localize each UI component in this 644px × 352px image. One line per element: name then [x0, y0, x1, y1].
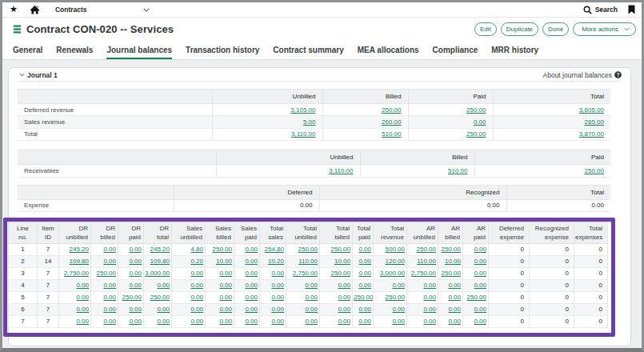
balance-drilldown-link[interactable]: 0.00: [190, 270, 203, 277]
balance-drilldown-link[interactable]: 0.00: [474, 270, 486, 277]
balance-drilldown-link[interactable]: 250.00: [442, 270, 461, 277]
balance-drilldown-link[interactable]: 0.00: [190, 306, 203, 313]
balance-drilldown-link[interactable]: 0.00: [245, 294, 258, 301]
balance-drilldown-link[interactable]: 500.00: [386, 246, 405, 253]
balance-drilldown-link[interactable]: 0.00: [245, 246, 258, 253]
balance-drilldown-link[interactable]: 0.00: [305, 294, 318, 301]
edit-button[interactable]: Edit: [474, 22, 497, 36]
balance-drilldown-link[interactable]: 510.00: [448, 167, 467, 174]
collapse-chevron-icon[interactable]: [19, 73, 25, 77]
balance-drilldown-link[interactable]: 0.00: [271, 318, 284, 325]
balance-drilldown-link[interactable]: 250.00: [331, 270, 350, 277]
balance-drilldown-link[interactable]: 0.00: [103, 258, 116, 265]
balance-drilldown-link[interactable]: 0.00: [76, 294, 89, 301]
balance-drilldown-link[interactable]: 0.00: [219, 294, 232, 301]
balance-drilldown-link[interactable]: 0.00: [305, 306, 318, 313]
balance-drilldown-link[interactable]: 0.00: [219, 318, 232, 325]
balance-drilldown-link[interactable]: 0.00: [358, 282, 371, 289]
tab-general[interactable]: General: [13, 40, 42, 59]
done-button[interactable]: Done: [542, 22, 569, 36]
balance-drilldown-link[interactable]: 250.00: [466, 130, 486, 138]
balance-drilldown-link[interactable]: 3,105.00: [290, 106, 315, 114]
tab-mea-allocations[interactable]: MEA allocations: [358, 40, 419, 59]
balance-drilldown-link[interactable]: 254.80: [265, 246, 284, 253]
balance-drilldown-link[interactable]: 0.00: [103, 306, 116, 313]
balance-drilldown-link[interactable]: 0.00: [103, 246, 116, 253]
balance-drilldown-link[interactable]: 0.00: [474, 258, 486, 265]
balance-drilldown-link[interactable]: 0.00: [190, 282, 203, 289]
balance-drilldown-link[interactable]: 0.00: [271, 294, 284, 301]
balance-drilldown-link[interactable]: 0.00: [76, 282, 89, 289]
home-icon[interactable]: [30, 5, 40, 15]
balance-drilldown-link[interactable]: 260.00: [382, 118, 401, 126]
bookmark-icon[interactable]: [628, 5, 635, 14]
balance-drilldown-link[interactable]: 0.00: [271, 282, 284, 289]
balance-drilldown-link[interactable]: 0.00: [245, 318, 258, 325]
balance-drilldown-link[interactable]: 109.80: [150, 258, 170, 265]
balance-drilldown-link[interactable]: 0.00: [474, 246, 486, 253]
balance-drilldown-link[interactable]: 250.00: [442, 246, 461, 253]
balance-drilldown-link[interactable]: 0.00: [271, 270, 284, 277]
balance-drilldown-link[interactable]: 10.20: [268, 258, 284, 265]
balance-drilldown-link[interactable]: 110.00: [417, 258, 436, 265]
balance-drilldown-link[interactable]: 0.00: [358, 306, 371, 313]
balance-drilldown-link[interactable]: 0.00: [129, 306, 142, 313]
balance-drilldown-link[interactable]: 250.00: [331, 246, 350, 253]
balance-drilldown-link[interactable]: 0.00: [358, 270, 371, 277]
balance-drilldown-link[interactable]: 5.00: [303, 118, 316, 126]
duplicate-button[interactable]: Duplicate: [501, 22, 538, 36]
favorites-star-icon[interactable]: ★: [10, 5, 18, 14]
balance-drilldown-link[interactable]: 3,870.00: [579, 130, 604, 138]
balance-drilldown-link[interactable]: 0.00: [103, 282, 116, 289]
more-actions-button[interactable]: More actions: [573, 22, 636, 36]
balance-drilldown-link[interactable]: 245.20: [150, 246, 170, 253]
balance-drilldown-link[interactable]: 0.00: [474, 118, 486, 126]
balance-drilldown-link[interactable]: 265.00: [585, 118, 604, 126]
balance-drilldown-link[interactable]: 0.00: [129, 318, 142, 325]
balance-drilldown-link[interactable]: 0.00: [219, 282, 232, 289]
balance-drilldown-link[interactable]: 10.00: [216, 258, 232, 265]
balance-drilldown-link[interactable]: 0.00: [129, 246, 142, 253]
balance-drilldown-link[interactable]: 3,110.00: [329, 167, 354, 174]
balance-drilldown-link[interactable]: 0.00: [448, 318, 461, 325]
balance-drilldown-link[interactable]: 0.00: [474, 306, 486, 313]
balance-drilldown-link[interactable]: 510.00: [382, 130, 401, 138]
balance-drilldown-link[interactable]: 250.00: [354, 294, 373, 301]
balance-drilldown-link[interactable]: 0.00: [338, 282, 350, 289]
balance-drilldown-link[interactable]: 4.80: [190, 246, 203, 253]
balance-drilldown-link[interactable]: 250.00: [585, 167, 604, 174]
balance-drilldown-link[interactable]: 0.00: [358, 246, 371, 253]
balance-drilldown-link[interactable]: 0.00: [474, 282, 486, 289]
balance-drilldown-link[interactable]: 250.00: [386, 294, 405, 301]
tab-renewals[interactable]: Renewals: [56, 40, 93, 59]
balance-drilldown-link[interactable]: 0.00: [423, 306, 436, 313]
balance-drilldown-link[interactable]: 3,110.00: [291, 130, 316, 138]
balance-drilldown-link[interactable]: 3,000.00: [145, 270, 170, 277]
balance-drilldown-link[interactable]: 0.00: [423, 282, 436, 289]
balance-drilldown-link[interactable]: 0.00: [423, 318, 436, 325]
balance-drilldown-link[interactable]: 2,750.00: [293, 270, 318, 277]
balance-drilldown-link[interactable]: 0.00: [157, 282, 170, 289]
balance-drilldown-link[interactable]: 0.00: [219, 270, 232, 277]
balance-drilldown-link[interactable]: 0.00: [76, 306, 89, 313]
balance-drilldown-link[interactable]: 0.00: [129, 282, 142, 289]
balance-drilldown-link[interactable]: 0.00: [338, 294, 350, 301]
balance-drilldown-link[interactable]: 3,605.00: [579, 106, 604, 114]
balance-drilldown-link[interactable]: 2,750.00: [64, 270, 89, 277]
balance-drilldown-link[interactable]: 0.00: [129, 270, 142, 277]
balance-drilldown-link[interactable]: 0.00: [448, 282, 461, 289]
tab-contract-summary[interactable]: Contract summary: [273, 40, 343, 59]
balance-drilldown-link[interactable]: 0.00: [392, 318, 405, 325]
balance-drilldown-link[interactable]: 250.00: [382, 106, 401, 114]
balance-drilldown-link[interactable]: 0.00: [423, 294, 436, 301]
balance-drilldown-link[interactable]: 245.20: [70, 246, 89, 253]
balance-drilldown-link[interactable]: 0.00: [157, 318, 170, 325]
module-dropdown[interactable]: Contracts: [55, 6, 150, 14]
search-button[interactable]: Search: [583, 6, 618, 14]
balance-drilldown-link[interactable]: 250.00: [417, 246, 436, 253]
tab-mrr-history[interactable]: MRR history: [491, 40, 538, 59]
balance-drilldown-link[interactable]: 2,750.00: [411, 270, 436, 277]
help-icon[interactable]: ?: [614, 71, 622, 78]
balance-drilldown-link[interactable]: 10.00: [334, 258, 350, 265]
balance-drilldown-link[interactable]: 250.00: [122, 294, 142, 301]
